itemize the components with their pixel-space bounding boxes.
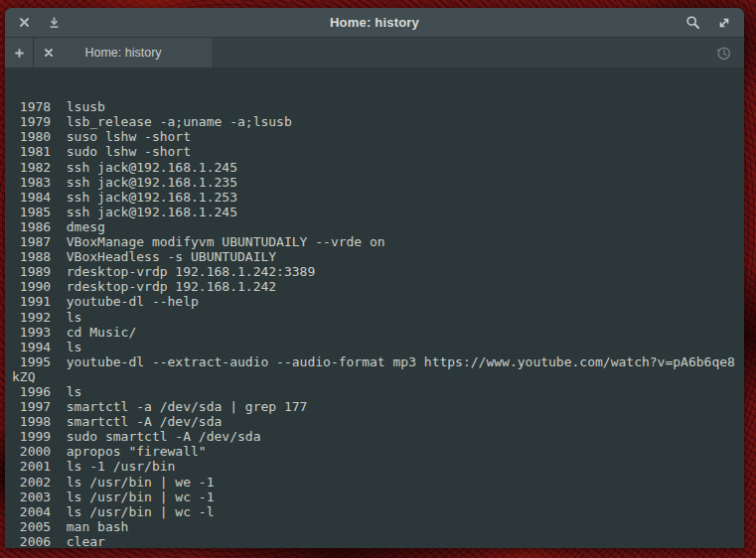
terminal-line: 1991 youtube-dl --help	[12, 294, 744, 309]
titlebar-right-controls	[655, 15, 744, 30]
download-icon[interactable]	[48, 16, 61, 29]
history-icon	[715, 45, 732, 62]
titlebar[interactable]: Home: history	[5, 8, 744, 38]
terminal-line: 1981 sudo lshw -short	[12, 144, 744, 159]
terminal-line: 1999 sudo smartctl -A /dev/sda	[12, 429, 744, 444]
terminal-line: 1997 smartctl -a /dev/sda | grep 177	[12, 399, 744, 414]
search-icon[interactable]	[685, 15, 700, 30]
terminal-line: 2003 ls /usr/bin | wc -1	[12, 489, 744, 504]
new-tab-icon	[13, 47, 26, 60]
terminal-line: 1983 ssh jack@192.168.1.235	[12, 175, 744, 190]
terminal-line: 2002 ls /usr/bin | we -1	[12, 475, 744, 489]
terminal-line: 1998 smartctl -A /dev/sda	[12, 414, 744, 429]
terminal-line: 1995 youtube-dl --extract-audio --audio-…	[12, 354, 744, 369]
tab-label: Home: history	[34, 46, 213, 60]
terminal-line: 1988 VBoxHeadless -s UBUNTUDAILY	[12, 249, 744, 264]
terminal-line: 1978 lsusb	[12, 99, 744, 114]
tab-home-history[interactable]: Home: history	[34, 38, 214, 68]
terminal-line: 1986 dmesg	[12, 219, 744, 234]
terminal-line: 1990 rdesktop-vrdp 192.168.1.242	[12, 279, 744, 294]
session-history-button[interactable]	[702, 38, 744, 68]
terminal-output: 1978 lsusb 1979 lsb_release -a;uname -a;…	[12, 99, 744, 547]
terminal-line: 1982 ssh jack@192.168.1.245	[12, 160, 744, 175]
terminal-line: 2004 ls /usr/bin | wc -l	[12, 504, 744, 519]
terminal-line: 1980 suso lshw -short	[12, 129, 744, 144]
terminal-line: 1994 ls	[12, 340, 744, 354]
terminal-line: 1992 ls	[12, 310, 744, 325]
terminal-screen[interactable]: 1978 lsusb 1979 lsb_release -a;uname -a;…	[5, 68, 744, 547]
close-icon[interactable]	[18, 16, 31, 29]
new-tab-button[interactable]	[5, 38, 34, 68]
tabbar: Home: history	[5, 38, 744, 68]
terminal-window: Home: history	[5, 8, 744, 548]
terminal-line: 2000 apropos "firewall"	[12, 444, 744, 459]
titlebar-left-controls	[5, 16, 94, 29]
window-title: Home: history	[94, 15, 655, 30]
terminal-line: 1979 lsb_release -a;uname -a;lsusb	[12, 114, 744, 129]
tabbar-spacer	[214, 38, 702, 68]
terminal-line: 2005 man bash	[12, 519, 744, 534]
terminal-line: kZQ	[12, 369, 744, 384]
terminal-line: 1985 ssh jack@192.168.1.245	[12, 205, 744, 219]
terminal-line: 1987 VBoxManage modifyvm UBUNTUDAILY --v…	[12, 234, 744, 249]
expand-icon[interactable]	[717, 16, 731, 30]
terminal-line: 1993 cd Music/	[12, 325, 744, 340]
terminal-line: 1989 rdesktop-vrdp 192.168.1.242:3389	[12, 264, 744, 279]
terminal-line: 2006 clear	[12, 534, 744, 547]
terminal-line: 2001 ls -1 /usr/bin	[12, 459, 744, 474]
terminal-line: 1984 ssh jack@192.168.1.253	[12, 190, 744, 205]
terminal-line: 1996 ls	[12, 384, 744, 399]
tab-close-icon[interactable]	[44, 48, 54, 58]
